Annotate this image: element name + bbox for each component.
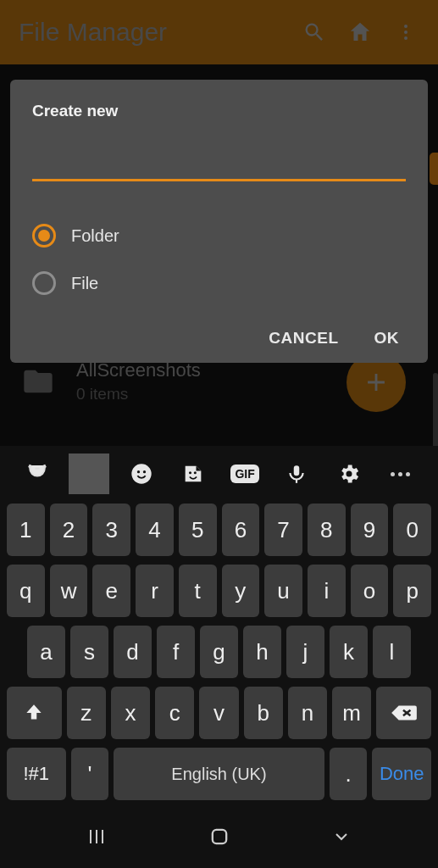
key-g[interactable]: g	[200, 626, 238, 678]
key-8[interactable]: 8	[308, 504, 346, 556]
key-c[interactable]: c	[155, 687, 194, 739]
svg-point-2	[404, 36, 408, 40]
gif-icon[interactable]: GIF	[225, 453, 265, 494]
key-e[interactable]: e	[92, 565, 130, 617]
svg-point-6	[189, 471, 191, 474]
back-button[interactable]	[316, 820, 367, 854]
backspace-key[interactable]	[376, 687, 431, 739]
svg-rect-14	[212, 830, 225, 843]
app-title: File Manager	[19, 18, 286, 47]
svg-point-5	[142, 470, 145, 473]
settings-icon[interactable]	[329, 453, 369, 494]
key-y[interactable]: y	[222, 565, 260, 617]
key-x[interactable]: x	[111, 687, 150, 739]
apostrophe-key[interactable]: '	[71, 748, 109, 800]
key-f[interactable]: f	[157, 626, 195, 678]
dialog-title: Create new	[32, 102, 406, 120]
key-t[interactable]: t	[179, 565, 217, 617]
emoji-icon[interactable]	[121, 453, 162, 494]
key-o[interactable]: o	[351, 565, 389, 617]
key-q[interactable]: q	[7, 565, 45, 617]
key-3[interactable]: 3	[92, 504, 130, 556]
space-key[interactable]: English (UK)	[114, 748, 324, 800]
key-i[interactable]: i	[308, 565, 346, 617]
home-button[interactable]	[194, 820, 245, 854]
key-d[interactable]: d	[114, 626, 152, 678]
key-s[interactable]: s	[70, 626, 108, 678]
key-2[interactable]: 2	[50, 504, 88, 556]
key-k[interactable]: k	[330, 626, 368, 678]
svg-point-1	[404, 31, 408, 34]
toolbar-divider	[69, 453, 109, 494]
keyboard-row-numbers: 1234567890	[7, 504, 431, 556]
sticker-icon[interactable]	[173, 453, 213, 494]
keyboard-row-bottom: !#1 ' English (UK) . Done	[7, 748, 431, 800]
type-radio-group: Folder File	[32, 212, 406, 307]
key-m[interactable]: m	[332, 687, 371, 739]
keyboard-row-z: zxcvbnm	[7, 687, 431, 739]
symbols-key[interactable]: !#1	[7, 748, 66, 800]
ok-button[interactable]: OK	[374, 329, 400, 348]
key-4[interactable]: 4	[136, 504, 174, 556]
edge-panel-handle[interactable]	[430, 153, 438, 185]
shift-key[interactable]	[7, 687, 62, 739]
period-key[interactable]: .	[330, 748, 368, 800]
key-z[interactable]: z	[67, 687, 106, 739]
search-icon[interactable]	[297, 15, 331, 49]
soft-keyboard: GIF 1234567890 qwertyuiop asdfghjkl zxcv…	[0, 446, 438, 868]
key-v[interactable]: v	[199, 687, 238, 739]
keyboard-toolbar: GIF	[0, 446, 438, 502]
keyboard-row-a: asdfghjkl	[7, 626, 431, 678]
svg-point-3	[131, 464, 151, 483]
key-j[interactable]: j	[286, 626, 324, 678]
key-l[interactable]: l	[373, 626, 411, 678]
key-p[interactable]: p	[393, 565, 431, 617]
radio-option-folder[interactable]: Folder	[32, 212, 406, 259]
key-h[interactable]: h	[243, 626, 281, 678]
mic-icon[interactable]	[276, 453, 317, 494]
key-1[interactable]: 1	[7, 504, 45, 556]
overflow-menu-icon[interactable]	[389, 15, 423, 49]
radio-option-file[interactable]: File	[32, 259, 406, 307]
recents-button[interactable]	[71, 820, 122, 854]
create-new-dialog: Create new Folder File CANCEL OK	[10, 80, 428, 363]
key-r[interactable]: r	[136, 565, 174, 617]
keyboard-row-q: qwertyuiop	[7, 565, 431, 617]
key-9[interactable]: 9	[351, 504, 389, 556]
radio-indicator	[32, 271, 56, 295]
svg-point-4	[136, 470, 139, 473]
key-6[interactable]: 6	[222, 504, 260, 556]
done-key[interactable]: Done	[372, 748, 431, 800]
radio-indicator	[32, 224, 56, 248]
radio-label: Folder	[71, 226, 119, 246]
key-0[interactable]: 0	[393, 504, 431, 556]
key-u[interactable]: u	[264, 565, 302, 617]
name-input[interactable]	[32, 153, 406, 181]
text-input-mode-icon[interactable]	[17, 453, 58, 494]
key-5[interactable]: 5	[179, 504, 217, 556]
cancel-button[interactable]: CANCEL	[269, 329, 338, 348]
key-a[interactable]: a	[27, 626, 65, 678]
key-7[interactable]: 7	[264, 504, 302, 556]
folder-subtitle: 0 items	[76, 385, 201, 403]
home-icon[interactable]	[343, 15, 377, 49]
svg-point-7	[194, 471, 197, 474]
folder-icon	[17, 364, 59, 398]
key-n[interactable]: n	[288, 687, 327, 739]
top-app-bar: File Manager	[0, 0, 438, 64]
svg-point-0	[404, 25, 408, 28]
key-w[interactable]: w	[50, 565, 88, 617]
key-b[interactable]: b	[244, 687, 283, 739]
more-icon[interactable]	[380, 453, 421, 494]
system-navigation-bar	[0, 810, 438, 863]
radio-label: File	[71, 274, 98, 293]
